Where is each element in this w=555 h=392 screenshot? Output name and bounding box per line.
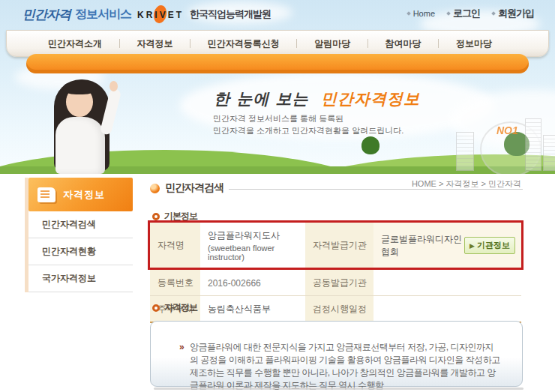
- woman-hand: [110, 81, 118, 91]
- value-joint-issuer: [374, 270, 521, 295]
- building-sketch-icon: [525, 118, 542, 171]
- nav-separator: [296, 39, 297, 48]
- nav-item-qual-info[interactable]: 자격정보: [136, 37, 172, 50]
- content-area: 자격정보 민간자격검색 민간자격현황 국가자격정보 HOME > 자격정보 > …: [0, 174, 555, 392]
- sidebar: 자격정보 민간자격검색 민간자격현황 국가자격정보: [25, 178, 133, 292]
- logo-text-primary: 민간자격: [22, 6, 70, 23]
- logo-krivet-text: KRIVET: [137, 10, 184, 20]
- title-rule: [229, 189, 523, 190]
- qual-info-text: 앙금플라워에 대한 전문지식을 가지고 앙금재료선택부터 저장, 가공, 디자인…: [190, 342, 500, 391]
- home-link[interactable]: Home: [407, 9, 435, 18]
- qual-name-english: (sweetbean flower instructor): [208, 244, 299, 262]
- qual-info-box: » 앙금플라워에 대한 전문지식을 가지고 앙금재료선택부터 저장, 가공, 디…: [150, 321, 523, 387]
- section-bullet-icon: [152, 213, 160, 220]
- qual-info-heading: 자격정보: [152, 301, 197, 314]
- nav-item-info-plaza[interactable]: 정보마당: [456, 37, 492, 50]
- sidebar-item-private-status[interactable]: 민간자격현황: [28, 238, 133, 265]
- footer-edge: [154, 388, 275, 390]
- hero-title-accent: 민간자격정보: [321, 89, 420, 108]
- label-qual-name: 자격명: [150, 223, 200, 268]
- utility-links: Home 로그인 회원가입: [407, 7, 534, 20]
- hero-woman-photo: [39, 69, 144, 174]
- title-bullet-icon: [150, 184, 160, 193]
- hero-title-prefix: 한 눈에 보는: [214, 89, 309, 108]
- nav-item-intro[interactable]: 민간자격소개: [48, 37, 102, 50]
- org-info-button[interactable]: ▶ 기관정보: [464, 237, 515, 254]
- nav-separator: [119, 39, 120, 48]
- qual-info-text-wrap: » 앙금플라워에 대한 전문지식을 가지고 앙금재료선택부터 저장, 가공, 디…: [151, 322, 522, 392]
- nav-item-registration[interactable]: 민간자격등록신청: [208, 37, 280, 50]
- signup-link-label: 회원가입: [498, 7, 534, 20]
- woman-fringe: [63, 81, 96, 94]
- bullet-icon: [446, 11, 451, 16]
- building-sketch-icon: [456, 132, 474, 171]
- sidebar-header: 자격정보: [28, 178, 133, 211]
- nav-item-participation[interactable]: 참여마당: [386, 37, 422, 50]
- signup-link[interactable]: 회원가입: [492, 7, 534, 20]
- login-link-label: 로그인: [453, 7, 480, 20]
- tree-shape: [362, 136, 380, 154]
- label-reg-number: 등록번호: [150, 270, 200, 295]
- hero-description: 민간자격 정보서비스를 통해 등록된 민간자격을 소개하고 민간자격현황을 알려…: [213, 112, 404, 136]
- page: NO1 민간자격 정보서비스 KRIVET 한국직업능력개발원 Home 로그인…: [0, 0, 555, 392]
- logo-text-secondary: 정보서비스: [75, 7, 131, 22]
- list-marker-icon: »: [179, 341, 184, 354]
- section-bullet-icon: [152, 304, 160, 312]
- value-issuing-org-cell: 글로벌플라워디자인협회 ▶ 기관정보: [374, 223, 521, 268]
- no1-badge: NO1: [496, 124, 518, 136]
- building-sketch-icon: [543, 135, 555, 171]
- nav-item-notice[interactable]: 알림마당: [314, 37, 350, 50]
- main-navigation: 민간자격소개 자격정보 민간자격등록신청 알림마당 참여마당 정보마당: [6, 30, 549, 57]
- table-row-ministry: 주무부처 농림축산식품부 검정시행일정: [150, 296, 521, 323]
- label-joint-issuer: 공동발급기관: [305, 270, 374, 295]
- label-issuing-org: 자격발급기관: [305, 223, 374, 268]
- logo-org-name: 한국직업능력개발원: [190, 7, 271, 21]
- logo-krivet: KRIVET: [136, 7, 185, 21]
- bullet-icon: [406, 11, 411, 16]
- sidebar-item-private-search[interactable]: 민간자격검색: [28, 211, 133, 238]
- value-qual-name: 앙금플라워지도사 (sweetbean flower instructor): [200, 223, 305, 268]
- org-info-button-label: 기관정보: [477, 240, 510, 251]
- sidebar-title: 자격정보: [63, 188, 105, 202]
- hero-desc-line2: 민간자격을 소개하고 민간자격현황을 알려드립니다.: [213, 124, 404, 136]
- qual-name-korean: 앙금플라워지도사: [208, 229, 299, 242]
- issuing-org-name: 글로벌플라워디자인협회: [381, 233, 464, 259]
- page-title-row: 민간자격검색: [150, 181, 523, 195]
- value-reg-number: 2016-002666: [200, 270, 305, 295]
- site-logo[interactable]: 민간자격 정보서비스 KRIVET 한국직업능력개발원: [22, 4, 271, 24]
- bullet-icon: [491, 11, 496, 16]
- value-exam-schedule: [374, 296, 521, 322]
- page-title: 민간자격검색: [165, 181, 224, 195]
- hero-desc-line1: 민간자격 정보서비스를 통해 등록된: [213, 112, 404, 124]
- home-link-label: Home: [413, 9, 435, 18]
- basic-info-table: 자격명 앙금플라워지도사 (sweetbean flower instructo…: [150, 220, 521, 323]
- login-link[interactable]: 로그인: [447, 7, 480, 20]
- hero-title: 한 눈에 보는 민간자격정보: [214, 88, 420, 109]
- qual-info-title: 자격정보: [164, 301, 197, 314]
- table-row-reg-number: 등록번호 2016-002666 공동발급기관: [150, 270, 521, 296]
- nav-separator: [190, 39, 190, 48]
- woman-body: [56, 117, 105, 174]
- nav-separator: [368, 39, 368, 48]
- notebook-icon: [38, 187, 56, 202]
- footer-edge: [278, 388, 524, 390]
- label-exam-schedule: 검정시행일정: [305, 296, 374, 322]
- table-row-qual-name: 자격명 앙금플라워지도사 (sweetbean flower instructo…: [148, 220, 524, 270]
- nav-separator: [438, 39, 439, 48]
- value-ministry: 농림축산식품부: [200, 296, 305, 322]
- sidebar-item-national-info[interactable]: 국가자격정보: [28, 265, 133, 292]
- arrow-right-icon: ▶: [470, 242, 475, 250]
